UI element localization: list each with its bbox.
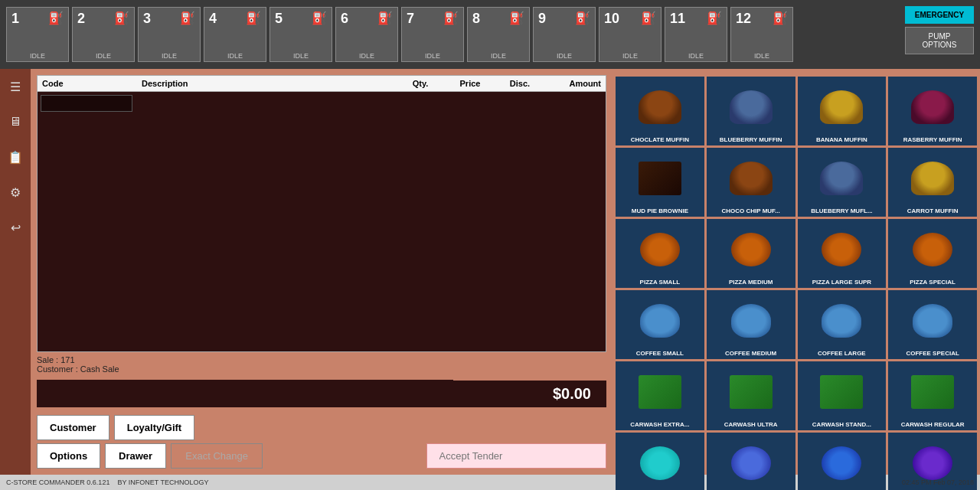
- product-image: [617, 220, 703, 278]
- col-header-qty: Qty.: [397, 79, 443, 88]
- col-header-amount: Amount: [543, 79, 604, 88]
- pump-right-buttons: EMERGENCY PUMP OPTIONS: [905, 6, 974, 54]
- sidebar-logout-icon[interactable]: ↩: [4, 216, 27, 239]
- emergency-button[interactable]: EMERGENCY: [905, 6, 974, 24]
- product-image: [799, 434, 885, 490]
- product-label: BLUEBERRY MUFFIN: [708, 136, 794, 144]
- code-input[interactable]: [41, 95, 132, 112]
- pump-item-1[interactable]: 1 ⛽ IDLE: [6, 7, 69, 62]
- product-image: [708, 220, 794, 278]
- product-cell[interactable]: BANANA EACH QT...: [707, 433, 795, 490]
- product-cell[interactable]: PIZZA LARGE SUPR: [798, 219, 887, 288]
- col-header-code: Code: [39, 79, 139, 88]
- sidebar-reports-icon[interactable]: 📋: [4, 145, 27, 168]
- product-image: [617, 149, 703, 207]
- drawer-button[interactable]: Drawer: [105, 443, 166, 469]
- product-cell[interactable]: COFFEE MEDIUM: [707, 290, 795, 359]
- table-header: Code Description Qty. Price Disc. Amount: [38, 76, 606, 92]
- product-image: [708, 363, 794, 420]
- pump-item-2[interactable]: 2 ⛽ IDLE: [72, 7, 135, 62]
- product-label: CARROT MUFFIN: [890, 207, 975, 215]
- btn-row-1: Customer Loyalty/Gift: [37, 415, 606, 440]
- product-cell[interactable]: COFFEE SMALL: [616, 290, 704, 359]
- product-image: [890, 220, 975, 278]
- product-label: RASBERRY MUFFIN: [890, 136, 975, 144]
- product-cell[interactable]: CARWASH STAND...: [798, 361, 887, 430]
- quickgo-panel: QuickGO Snacks Lottery Home Decors Toys …: [612, 69, 980, 475]
- product-cell[interactable]: COFFEE SPECIAL: [888, 290, 977, 359]
- product-grid: CHOCLATE MUFFIN BLUEBERRY MUFFIN BANANA …: [616, 77, 977, 490]
- product-image: [708, 78, 794, 136]
- product-image: [799, 220, 885, 278]
- pump-item-5[interactable]: 5 ⛽ IDLE: [270, 7, 332, 62]
- product-cell[interactable]: BANANA MUFFIN: [798, 77, 887, 145]
- pump-item-8[interactable]: 8 ⛽ IDLE: [467, 7, 530, 62]
- product-cell[interactable]: BLUEBERRY MUFFIN: [707, 77, 795, 145]
- product-cell[interactable]: CHOCLATE MUFFIN: [616, 77, 704, 145]
- pump-item-4[interactable]: 4 ⛽ IDLE: [204, 7, 266, 62]
- product-image: [617, 292, 703, 349]
- product-cell[interactable]: PIZZA SPECIAL: [888, 219, 977, 288]
- product-cell[interactable]: PIZZA MEDIUM: [707, 219, 795, 288]
- datetime: 02:45 PM Feb 07, 2018: [902, 479, 974, 486]
- accept-tender-input[interactable]: [426, 443, 606, 469]
- product-image: [617, 434, 703, 490]
- product-label: CARWASH STAND...: [799, 420, 885, 429]
- product-label: CHOCLATE MUFFIN: [617, 136, 703, 144]
- product-label: CARWASH EXTRA...: [617, 420, 703, 429]
- product-image: [799, 78, 885, 136]
- product-cell[interactable]: RASBERRY MUFFIN: [888, 77, 977, 145]
- product-image: [799, 149, 885, 207]
- product-image: [708, 434, 794, 490]
- sidebar-menu-icon[interactable]: ☰: [4, 75, 27, 98]
- product-image: [890, 149, 975, 207]
- main-area: ☰ 🖥 📋 ⚙ ↩ Code Description Qty. Price Di…: [0, 69, 980, 475]
- product-image: [799, 292, 885, 349]
- pump-item-7[interactable]: 7 ⛽ IDLE: [401, 7, 464, 62]
- sidebar-pos-icon[interactable]: 🖥: [4, 110, 27, 133]
- product-label: CARWASH ULTRA: [708, 420, 794, 429]
- product-cell[interactable]: MUD PIE BROWNIE: [616, 148, 704, 217]
- pump-item-11[interactable]: 11 ⛽ IDLE: [665, 7, 727, 62]
- product-label: COFFEE SPECIAL: [890, 349, 975, 358]
- product-label: PIZZA SMALL: [617, 278, 703, 286]
- sale-info: Sale : 171 Customer : Cash Sale: [37, 352, 606, 377]
- exact-change-button[interactable]: Exact Change: [171, 443, 263, 469]
- product-label: PIZZA MEDIUM: [708, 278, 794, 286]
- pos-panel: Code Description Qty. Price Disc. Amount…: [31, 69, 612, 475]
- pump-item-6[interactable]: 6 ⛽ IDLE: [335, 7, 398, 62]
- customer-button[interactable]: Customer: [37, 415, 109, 440]
- pump-item-3[interactable]: 3 ⛽ IDLE: [138, 7, 201, 62]
- product-image: [708, 292, 794, 349]
- product-cell[interactable]: CARWASH REGULAR: [888, 361, 977, 430]
- product-cell[interactable]: CARWASH ULTRA: [707, 361, 795, 430]
- product-cell[interactable]: CARROT MUFFIN: [888, 148, 977, 217]
- sale-number: Sale : 171: [37, 355, 606, 364]
- sidebar-settings-icon[interactable]: ⚙: [4, 181, 27, 204]
- product-image: [799, 363, 885, 420]
- table-body: [38, 92, 606, 351]
- pump-item-10[interactable]: 10 ⛽ IDLE: [599, 7, 662, 62]
- col-header-desc: Description: [139, 79, 397, 88]
- pumps-container: 1 ⛽ IDLE 2 ⛽ IDLE 3 ⛽ IDLE 4 ⛽ IDLE 5 ⛽ …: [6, 7, 793, 62]
- product-cell[interactable]: BLUEBERRY MUFL...: [798, 148, 887, 217]
- product-cell[interactable]: STRAWBERRY EAC...: [798, 433, 887, 490]
- product-cell[interactable]: APPLE EACH QTY 1: [616, 433, 704, 490]
- product-cell[interactable]: PIZZA SMALL: [616, 219, 704, 288]
- loyalty-button[interactable]: Loyalty/Gift: [114, 415, 195, 440]
- product-cell[interactable]: CHOCO CHIP MUF...: [707, 148, 795, 217]
- customer-name: Customer : Cash Sale: [37, 364, 606, 374]
- pump-options-button[interactable]: PUMP OPTIONS: [905, 27, 974, 54]
- options-button[interactable]: Options: [37, 443, 100, 469]
- product-image: [890, 363, 975, 420]
- total-amount: $0.00: [453, 381, 606, 407]
- pump-item-9[interactable]: 9 ⛽ IDLE: [533, 7, 596, 62]
- pump-item-12[interactable]: 12 ⛽ IDLE: [730, 7, 793, 62]
- app-info: C-STORE COMMANDER 0.6.121 BY INFONET TEC…: [6, 479, 208, 486]
- product-label: CARWASH REGULAR: [890, 420, 975, 429]
- product-cell[interactable]: CARWASH EXTRA...: [616, 361, 704, 430]
- product-cell[interactable]: COFFEE LARGE: [798, 290, 887, 359]
- product-label: COFFEE MEDIUM: [708, 349, 794, 358]
- product-image: [890, 78, 975, 136]
- product-label: PIZZA LARGE SUPR: [799, 278, 885, 286]
